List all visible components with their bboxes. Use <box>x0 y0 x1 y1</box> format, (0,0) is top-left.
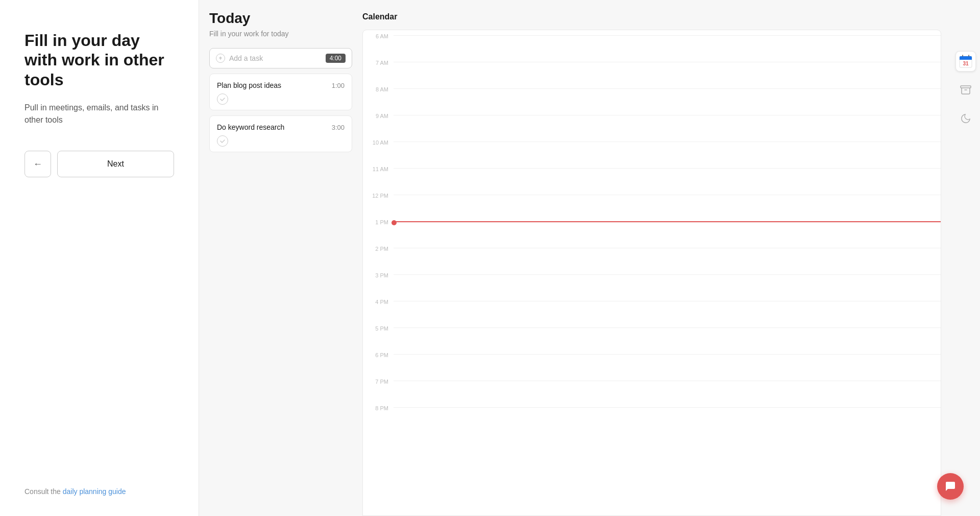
time-row-5pm: 5 PM <box>363 322 941 349</box>
task-1-header: Plan blog post ideas 1:00 <box>217 81 345 89</box>
task-2-header: Do keyword research 3:00 <box>217 123 345 131</box>
right-panel: Today Fill in your work for today + Add … <box>199 0 980 516</box>
time-row-6am: 6 AM <box>363 30 941 57</box>
add-task-button[interactable]: + Add a task 4:00 <box>209 48 352 68</box>
time-row-11am: 11 AM <box>363 163 941 190</box>
daily-planning-guide-link[interactable]: daily planning guide <box>63 487 126 496</box>
time-label-1pm: 1 PM <box>363 216 394 225</box>
task-1-check[interactable] <box>217 93 228 105</box>
time-label-10am: 10 AM <box>363 136 394 146</box>
time-line-12pm <box>394 195 941 195</box>
time-line-6am <box>394 35 941 36</box>
left-panel: Fill in your day with work in other tool… <box>0 0 199 516</box>
archive-icon[interactable] <box>955 80 976 100</box>
time-label-8pm: 8 PM <box>363 402 394 411</box>
time-label-7am: 7 AM <box>363 57 394 66</box>
time-row-10am: 10 AM <box>363 136 941 163</box>
time-row-12pm: 12 PM <box>363 190 941 216</box>
time-row-6pm: 6 PM <box>363 349 941 376</box>
svg-rect-6 <box>961 86 971 88</box>
time-line-7pm <box>394 381 941 381</box>
plus-icon: + <box>216 54 225 63</box>
time-line-4pm <box>394 301 941 301</box>
task-2-name: Do keyword research <box>217 123 284 131</box>
time-label-6am: 6 AM <box>363 30 394 39</box>
time-label-11am: 11 AM <box>363 163 394 172</box>
time-label-9am: 9 AM <box>363 110 394 119</box>
task-card-1: Plan blog post ideas 1:00 <box>209 74 352 110</box>
time-line-8pm <box>394 407 941 408</box>
time-row-9am: 9 AM <box>363 110 941 136</box>
headline: Fill in your day with work in other tool… <box>24 31 174 89</box>
moon-icon[interactable] <box>955 108 976 129</box>
time-line-8am <box>394 88 941 89</box>
nav-buttons: ← Next <box>24 151 174 177</box>
time-label-6pm: 6 PM <box>363 349 394 358</box>
time-label-5pm: 5 PM <box>363 322 394 332</box>
main-content: Today Fill in your work for today + Add … <box>199 0 951 516</box>
add-task-left: + Add a task <box>216 54 263 63</box>
time-row-4pm: 4 PM <box>363 296 941 322</box>
task-1-name: Plan blog post ideas <box>217 81 281 89</box>
time-label-4pm: 4 PM <box>363 296 394 305</box>
time-line-6pm <box>394 354 941 355</box>
task-1-time: 1:00 <box>332 82 345 89</box>
time-row-8am: 8 AM <box>363 83 941 110</box>
time-label-3pm: 3 PM <box>363 269 394 278</box>
time-row-1pm: 1 PM <box>363 216 941 243</box>
time-label-7pm: 7 PM <box>363 376 394 385</box>
svg-rect-2 <box>960 59 972 60</box>
time-row-7pm: 7 PM <box>363 376 941 402</box>
back-button[interactable]: ← <box>24 151 51 177</box>
time-label-2pm: 2 PM <box>363 243 394 252</box>
right-sidebar: 31 <box>951 0 980 516</box>
time-label-12pm: 12 PM <box>363 190 394 199</box>
time-row-7am: 7 AM <box>363 57 941 83</box>
time-line-5pm <box>394 327 941 328</box>
chat-button[interactable] <box>937 473 964 500</box>
next-button[interactable]: Next <box>57 151 174 177</box>
time-line-7am <box>394 62 941 62</box>
today-section: Today Fill in your work for today + Add … <box>209 10 362 516</box>
today-subtitle: Fill in your work for today <box>209 30 352 38</box>
time-row-2pm: 2 PM <box>363 243 941 269</box>
calendar-title: Calendar <box>362 10 941 21</box>
today-title: Today <box>209 10 352 27</box>
add-task-label: Add a task <box>229 54 263 62</box>
task-card-2: Do keyword research 3:00 <box>209 115 352 152</box>
add-task-time-badge: 4:00 <box>326 54 346 63</box>
task-2-check[interactable] <box>217 135 228 147</box>
time-line-3pm <box>394 274 941 275</box>
time-line-11am <box>394 168 941 169</box>
google-calendar-icon[interactable]: 31 <box>955 51 976 72</box>
calendar-section: Calendar 6 AM 7 AM 8 AM <box>362 10 941 516</box>
task-2-time: 3:00 <box>332 124 345 131</box>
svg-text:31: 31 <box>963 61 969 66</box>
description: Pull in meetings, emails, and tasks in o… <box>24 102 174 126</box>
current-time-line <box>394 221 941 222</box>
footer-link: Consult the daily planning guide <box>24 487 126 496</box>
time-row-3pm: 3 PM <box>363 269 941 296</box>
time-row-8pm: 8 PM <box>363 402 941 429</box>
time-line-10am <box>394 142 941 142</box>
time-line-2pm <box>394 248 941 248</box>
calendar-body: 6 AM 7 AM 8 AM 9 AM <box>362 30 941 516</box>
time-line-9am <box>394 115 941 115</box>
time-label-8am: 8 AM <box>363 83 394 92</box>
